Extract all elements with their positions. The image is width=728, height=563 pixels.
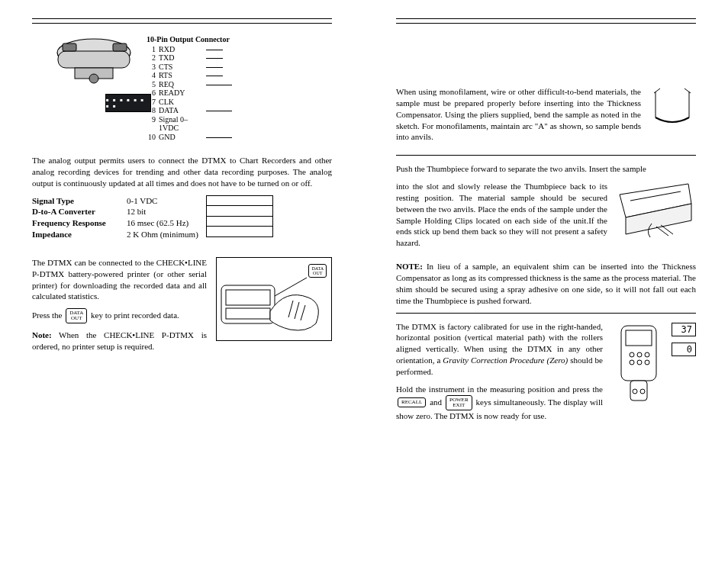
svg-line-13 <box>685 88 691 93</box>
svg-rect-5 <box>113 43 127 51</box>
divider <box>396 155 696 156</box>
page-left: ■ ■ ■ ■ ■ ■ ■ ■ 10-Pin Output Connector … <box>0 0 364 563</box>
page-rule <box>396 18 696 21</box>
calibration-section: The DTMX is factory calibrated for use i… <box>396 321 696 428</box>
printer-figure: DATA OUT <box>216 257 332 341</box>
thumb-lead: Push the Thumbpiece forward to separate … <box>396 163 696 175</box>
svg-point-24 <box>645 360 649 365</box>
slot-figure <box>615 181 696 240</box>
divider <box>396 313 696 314</box>
svg-point-23 <box>637 360 642 365</box>
svg-point-26 <box>633 389 637 394</box>
svg-point-21 <box>645 352 649 357</box>
connector-device-icon <box>52 34 137 88</box>
printer-note: Note: When the CHECK•LINE P-DTMX is orde… <box>32 330 207 352</box>
thumbpiece-paragraph: into the slot and slowly release the Thu… <box>396 181 607 249</box>
svg-rect-7 <box>226 290 270 305</box>
svg-rect-1 <box>58 51 130 68</box>
spec-empty-grid <box>206 195 273 233</box>
anvil-slot-icon <box>615 181 696 240</box>
hold-instruction: Hold the instrument in the measuring pos… <box>396 384 603 422</box>
svg-point-20 <box>637 352 642 357</box>
power-exit-key: POWER EXIT <box>446 395 472 410</box>
calibration-figure: 37 0 <box>610 321 696 405</box>
analog-output-paragraph: The analog output permits users to conne… <box>32 155 332 189</box>
page-rule <box>32 18 332 21</box>
arc-a-icon <box>649 87 695 125</box>
data-out-icon: DATA OUT <box>308 264 327 278</box>
svg-line-9 <box>275 278 307 296</box>
lcd-top: 37 <box>672 323 696 336</box>
spec-block: Signal Type0-1 VDC D-to-A Converter12 bi… <box>32 195 332 240</box>
device-drawing: ■ ■ ■ ■ ■ ■ ■ ■ <box>52 34 137 141</box>
thumbpiece-section: into the slot and slowly release the Thu… <box>396 181 696 255</box>
calibration-paragraph: The DTMX is factory calibrated for use i… <box>396 321 603 378</box>
pinout-table: 10-Pin Output Connector 1RXD 2TXD 3CTS 4… <box>147 34 232 141</box>
spec-table: Signal Type0-1 VDC D-to-A Converter12 bi… <box>32 195 198 240</box>
press-line: Press the DATA OUT key to print recorded… <box>32 308 207 323</box>
svg-rect-18 <box>626 330 652 346</box>
printer-paragraph: The DTMX can be connected to the CHECK•L… <box>32 257 207 302</box>
svg-point-3 <box>89 74 98 83</box>
svg-point-22 <box>630 360 634 365</box>
monofilament-section: When using monofilament, wire or other d… <box>396 86 696 149</box>
arc-sketch <box>649 86 696 126</box>
pinout-title: 10-Pin Output Connector <box>147 34 232 45</box>
connector-chip-icon: ■ ■ ■ ■ ■ ■ ■ ■ <box>105 94 151 112</box>
page-rule-thin <box>396 23 696 24</box>
page-right: When using monofilament, wire or other d… <box>364 0 728 563</box>
connector-figure: ■ ■ ■ ■ ■ ■ ■ ■ 10-Pin Output Connector … <box>52 34 332 141</box>
svg-point-27 <box>640 389 645 394</box>
svg-line-12 <box>654 88 660 93</box>
data-out-key: DATA OUT <box>66 308 87 323</box>
monofilament-paragraph: When using monofilament, wire or other d… <box>396 86 641 143</box>
printer-section: The DTMX can be connected to the CHECK•L… <box>32 257 332 359</box>
page-rule-thin <box>32 23 332 24</box>
recall-key: RECALL <box>398 397 426 407</box>
svg-rect-8 <box>226 308 270 319</box>
lcd-bottom: 0 <box>672 343 696 356</box>
shim-note: NOTE: In lieu of a sample, an equivalent… <box>396 261 696 306</box>
svg-point-19 <box>630 352 634 357</box>
svg-rect-4 <box>63 43 76 51</box>
